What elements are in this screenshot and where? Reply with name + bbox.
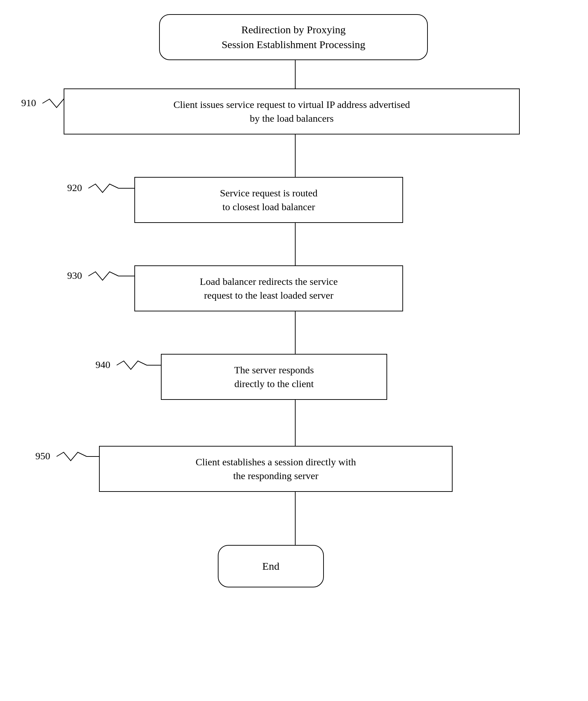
- svg-text:920: 920: [67, 182, 82, 193]
- box-950: Client establishes a session directly wi…: [99, 446, 453, 492]
- svg-text:910: 910: [21, 97, 36, 108]
- end-box: End: [218, 545, 324, 587]
- box-940: The server respondsdirectly to the clien…: [161, 354, 387, 400]
- svg-text:950: 950: [35, 450, 50, 461]
- diagram-container: Redirection by ProxyingSession Establish…: [0, 0, 588, 701]
- arrow-930-to-940: [292, 311, 299, 360]
- arrow-940-to-950: [292, 400, 299, 452]
- arrow-910-to-920: [292, 134, 299, 183]
- arrow-920-to-930: [292, 223, 299, 271]
- zigzag-920: 920: [67, 180, 145, 202]
- svg-text:940: 940: [95, 359, 110, 370]
- zigzag-930: 930: [67, 268, 145, 289]
- svg-text:930: 930: [67, 270, 82, 281]
- zigzag-940: 940: [95, 357, 170, 379]
- box-920: Service request is routedto closest load…: [134, 177, 403, 223]
- arrow-950-to-end: [292, 492, 299, 551]
- box-930: Load balancer redirects the servicereque…: [134, 265, 403, 311]
- box-910: Client issues service request to virtual…: [64, 88, 520, 134]
- title-box: Redirection by ProxyingSession Establish…: [159, 14, 428, 60]
